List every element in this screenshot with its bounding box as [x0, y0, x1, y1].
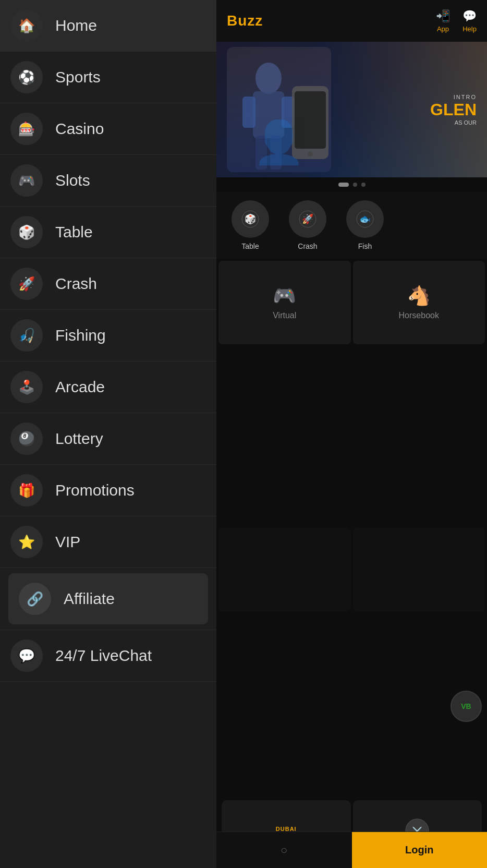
horsebook-label: Horsebook — [399, 311, 439, 320]
bottom-nav-home[interactable]: ○ — [216, 831, 352, 868]
sidebar-item-vip[interactable]: ⭐ VIP — [0, 516, 216, 568]
category-crash-icon: 🚀 — [289, 200, 326, 238]
svg-point-8 — [308, 151, 313, 156]
svg-rect-2 — [242, 97, 255, 128]
sidebar-item-fishing[interactable]: 🎣 Fishing — [0, 310, 216, 361]
sidebar-item-livechat[interactable]: 💬 24/7 LiveChat — [0, 630, 216, 682]
game-card-empty2 — [353, 528, 485, 611]
header-actions: 📲 App 💬 Help — [436, 9, 477, 33]
logo-text: Buzz — [227, 13, 263, 29]
sidebar-item-slots[interactable]: 🎮 Slots — [0, 155, 216, 207]
sidebar-label-livechat: 24/7 LiveChat — [55, 647, 152, 665]
sidebar-label-vip: VIP — [55, 533, 80, 551]
sidebar-item-home[interactable]: 🏠 Home — [0, 0, 216, 52]
app-label: App — [437, 25, 449, 33]
dot-2[interactable] — [353, 183, 357, 187]
sidebar-item-casino[interactable]: 🎰 Casino — [0, 103, 216, 155]
virtual-icon: 🎮 — [273, 285, 296, 307]
sidebar-item-arcade[interactable]: 🕹️ Arcade — [0, 361, 216, 413]
float-vb-label: VB — [461, 702, 471, 710]
affiliate-icon: 🔗 — [19, 583, 51, 615]
arcade-icon: 🕹️ — [10, 371, 43, 403]
float-vb-button[interactable]: VB — [451, 691, 482, 722]
svg-text:🐟: 🐟 — [359, 213, 371, 225]
app-icon: 📲 — [436, 9, 450, 23]
sidebar-label-promotions: Promotions — [55, 481, 135, 499]
casino-icon: 🎰 — [10, 113, 43, 145]
lottery-icon: 🎱 — [10, 423, 43, 455]
sports-icon: ⚽ — [10, 61, 43, 93]
banner[interactable]: INTRO GLEN AS OUR — [216, 42, 487, 177]
svg-point-0 — [255, 63, 282, 94]
svg-text:🎲: 🎲 — [245, 213, 257, 225]
banner-text: INTRO GLEN AS OUR — [430, 94, 477, 126]
category-fishing-label: Fish — [358, 242, 372, 250]
sidebar-label-arcade: Arcade — [55, 378, 105, 396]
vip-icon: ⭐ — [10, 526, 43, 558]
dot-1[interactable] — [338, 183, 349, 187]
bottom-nav-login-label: Login — [405, 844, 433, 856]
sidebar-item-lottery[interactable]: 🎱 Lottery — [0, 413, 216, 465]
sidebar-label-crash: Crash — [55, 275, 97, 293]
sidebar-item-sports[interactable]: ⚽ Sports — [0, 52, 216, 103]
home-icon: 🏠 — [10, 9, 43, 42]
banner-name: GLEN — [430, 100, 477, 119]
bottom-nav: ○ Login — [216, 831, 487, 868]
banner-sub: AS OUR — [430, 119, 477, 126]
game-grid: 🎮 Virtual 🐴 Horsebook — [216, 259, 487, 795]
table-icon: 🎲 — [10, 216, 43, 248]
category-row: 🎲 Table 🚀 Crash 🐟 Fish — [216, 192, 487, 259]
sidebar-label-home: Home — [55, 17, 97, 34]
livechat-icon: 💬 — [10, 640, 43, 672]
crash-icon: 🚀 — [10, 268, 43, 300]
sidebar-item-crash[interactable]: 🚀 Crash — [0, 258, 216, 310]
banner-intro: INTRO — [430, 94, 477, 100]
slots-icon: 🎮 — [10, 164, 43, 197]
main-content: Buzz 📲 App 💬 Help — [216, 0, 487, 868]
svg-rect-1 — [253, 91, 284, 138]
fishing-icon: 🎣 — [10, 319, 43, 352]
game-card-virtual[interactable]: 🎮 Virtual — [218, 261, 351, 344]
svg-text:🚀: 🚀 — [302, 213, 314, 225]
header: Buzz 📲 App 💬 Help — [216, 0, 487, 42]
virtual-label: Virtual — [273, 311, 296, 320]
promotions-icon: 🎁 — [10, 474, 43, 507]
bottom-nav-home-label: ○ — [281, 843, 287, 857]
sidebar-item-table[interactable]: 🎲 Table — [0, 207, 216, 258]
category-table[interactable]: 🎲 Table — [222, 200, 279, 250]
sidebar-label-fishing: Fishing — [55, 327, 106, 344]
banner-dots — [216, 177, 487, 192]
game-card-empty1 — [218, 528, 351, 611]
sidebar-item-affiliate[interactable]: 🔗 Affiliate — [8, 573, 208, 624]
bottom-nav-login[interactable]: Login — [352, 831, 488, 868]
sidebar-label-table: Table — [55, 223, 93, 241]
sidebar-label-sports: Sports — [55, 68, 101, 86]
category-table-icon: 🎲 — [232, 200, 269, 238]
sidebar: 🏠 Home ⚽ Sports 🎰 Casino 🎮 Slots 🎲 Table… — [0, 0, 216, 868]
sidebar-label-affiliate: Affiliate — [64, 590, 115, 608]
table-cat-icon: 🎲 — [241, 210, 260, 228]
category-crash[interactable]: 🚀 Crash — [279, 200, 336, 250]
help-icon: 💬 — [462, 9, 477, 23]
sidebar-label-casino: Casino — [55, 120, 104, 138]
app-button[interactable]: 📲 App — [436, 9, 450, 33]
category-table-label: Table — [241, 242, 259, 250]
logo: Buzz — [227, 13, 263, 29]
sidebar-label-lottery: Lottery — [55, 430, 103, 448]
svg-rect-5 — [270, 136, 282, 170]
dot-3[interactable] — [361, 183, 366, 187]
game-card-horsebook[interactable]: 🐴 Horsebook — [353, 261, 485, 344]
help-label: Help — [462, 25, 477, 33]
svg-rect-4 — [255, 136, 267, 170]
banner-image — [227, 47, 331, 172]
help-button[interactable]: 💬 Help — [462, 9, 477, 33]
fishing-cat-icon: 🐟 — [356, 210, 374, 228]
category-fishing[interactable]: 🐟 Fish — [336, 200, 394, 250]
category-crash-label: Crash — [298, 242, 317, 250]
sidebar-item-promotions[interactable]: 🎁 Promotions — [0, 465, 216, 516]
svg-rect-7 — [295, 91, 326, 149]
category-fishing-icon: 🐟 — [346, 200, 384, 238]
horsebook-icon: 🐴 — [407, 285, 431, 307]
crash-cat-icon: 🚀 — [298, 210, 317, 228]
sidebar-label-slots: Slots — [55, 172, 90, 189]
